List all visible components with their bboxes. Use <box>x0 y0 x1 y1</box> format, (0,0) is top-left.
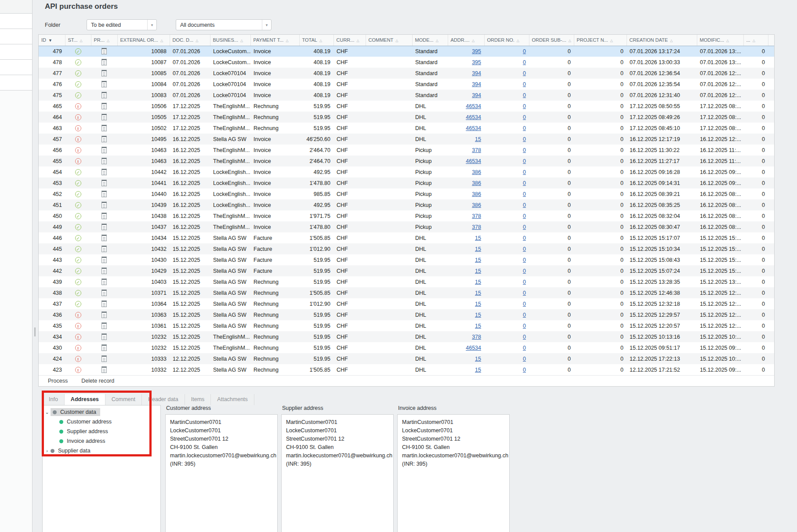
splitter-handle[interactable] <box>34 327 36 337</box>
column-header-doc_date[interactable]: DOC. D...△ <box>170 35 210 46</box>
table-row[interactable]: 423!1033212.12.2025Stella AG SWRechnung1… <box>39 364 774 375</box>
table-row[interactable]: 424!1033312.12.2025Stella AG SWRechnung5… <box>39 353 774 364</box>
document-icon[interactable] <box>101 290 107 296</box>
column-header-created[interactable]: CREATION DATE△ <box>627 35 697 46</box>
document-icon[interactable] <box>101 279 107 285</box>
address-link[interactable]: 378 <box>472 213 481 219</box>
tab-comment[interactable]: Comment <box>105 394 142 405</box>
table-row[interactable]: 445✓1043215.12.2025Stella AG SWFacture1'… <box>39 243 774 254</box>
document-icon[interactable] <box>101 246 107 252</box>
delete-record-button[interactable]: Delete record <box>81 378 114 384</box>
table-row[interactable]: 452✓1044016.12.2025LockeEnglish...Invoic… <box>39 188 774 199</box>
address-link[interactable]: 15 <box>475 323 481 329</box>
tree-item-supplier-address[interactable]: Supplier address <box>43 427 160 436</box>
column-header-id[interactable]: ID▼ <box>39 35 65 46</box>
document-icon[interactable] <box>101 158 107 164</box>
address-link[interactable]: 386 <box>472 191 481 197</box>
order-no-link[interactable]: 0 <box>523 279 526 285</box>
order-no-link[interactable]: 0 <box>523 290 526 296</box>
address-link[interactable]: 15 <box>475 136 481 142</box>
column-header-external_order[interactable]: EXTERNAL OR...△ <box>117 35 170 46</box>
document-icon[interactable] <box>101 180 107 186</box>
tab-items[interactable]: Items <box>185 394 211 405</box>
table-row[interactable]: 435!1036115.12.2025Stella AG SWRechnung5… <box>39 320 774 331</box>
document-icon[interactable] <box>101 48 107 54</box>
column-header-business[interactable]: BUSINES...△ <box>210 35 250 46</box>
address-link[interactable]: 395 <box>472 48 481 54</box>
address-link[interactable]: 386 <box>472 180 481 186</box>
table-row[interactable]: 476✓1008407.01.2026Locke070104Invoice408… <box>39 79 774 90</box>
order-no-link[interactable]: 0 <box>523 70 526 76</box>
tab-header-data[interactable]: Header data <box>142 394 185 405</box>
order-no-link[interactable]: 0 <box>523 136 526 142</box>
order-no-link[interactable]: 0 <box>523 48 526 54</box>
column-header-address[interactable]: ADDR....△ <box>448 35 484 46</box>
order-no-link[interactable]: 0 <box>523 345 526 351</box>
document-icon[interactable] <box>101 147 107 153</box>
order-no-link[interactable]: 0 <box>523 312 526 318</box>
column-header-total[interactable]: TOTAL△ <box>299 35 333 46</box>
address-link[interactable]: 378 <box>472 147 481 153</box>
column-header-currency[interactable]: CURR...△ <box>333 35 366 46</box>
document-icon[interactable] <box>101 366 107 373</box>
address-link[interactable]: 15 <box>475 312 481 318</box>
document-icon[interactable] <box>101 311 107 318</box>
table-row[interactable]: 454✓1044216.12.2025LockeEnglish...Invoic… <box>39 166 774 177</box>
address-link[interactable]: 46534 <box>466 114 481 120</box>
table-row[interactable]: 479✓1008807.01.2026LockeCustom...Invoice… <box>39 46 774 57</box>
order-no-link[interactable]: 0 <box>523 147 526 153</box>
address-link[interactable]: 46534 <box>466 345 481 351</box>
address-link[interactable]: 15 <box>475 279 481 285</box>
table-row[interactable]: 449✓1043716.12.2025TheEnglishM...Invoice… <box>39 221 774 232</box>
document-icon[interactable] <box>101 257 107 263</box>
document-icon[interactable] <box>101 213 107 219</box>
tree-item-invoice-address[interactable]: Invoice address <box>43 436 160 446</box>
document-icon[interactable] <box>101 202 107 208</box>
order-no-link[interactable]: 0 <box>523 356 526 362</box>
table-row[interactable]: 457!1049516.12.2025Stella AG SWInvoice46… <box>39 134 774 145</box>
table-row[interactable]: 456!1046316.12.2025TheEnglishM...Invoice… <box>39 145 774 156</box>
order-no-link[interactable]: 0 <box>523 202 526 208</box>
order-no-link[interactable]: 0 <box>523 114 526 120</box>
column-header-order_no[interactable]: ORDER NO.△ <box>484 35 529 46</box>
address-link[interactable]: 15 <box>475 301 481 307</box>
process-button[interactable]: Process <box>48 378 68 384</box>
address-link[interactable]: 15 <box>475 367 481 373</box>
folder-dropdown[interactable]: To be edited ▾ <box>87 19 157 30</box>
document-icon[interactable] <box>101 103 107 109</box>
document-icon[interactable] <box>101 92 107 98</box>
address-link[interactable]: 15 <box>475 356 481 362</box>
order-no-link[interactable]: 0 <box>523 158 526 164</box>
document-icon[interactable] <box>101 114 107 120</box>
document-icon[interactable] <box>101 191 107 197</box>
address-link[interactable]: 46534 <box>466 158 481 164</box>
table-row[interactable]: 438✓1037115.12.2025Stella AG SWRechnung1… <box>39 287 774 298</box>
document-icon[interactable] <box>101 300 107 307</box>
address-link[interactable]: 394 <box>472 81 481 87</box>
order-no-link[interactable]: 0 <box>523 224 526 230</box>
column-header-project[interactable]: PROJECT N...△ <box>574 35 627 46</box>
document-icon[interactable] <box>101 125 107 131</box>
order-no-link[interactable]: 0 <box>523 323 526 329</box>
document-icon[interactable] <box>101 169 107 175</box>
order-no-link[interactable]: 0 <box>523 59 526 65</box>
order-no-link[interactable]: 0 <box>523 180 526 186</box>
document-icon[interactable] <box>101 70 107 76</box>
order-no-link[interactable]: 0 <box>523 81 526 87</box>
address-link[interactable]: 386 <box>472 202 481 208</box>
document-icon[interactable] <box>101 235 107 241</box>
tree-item-customer-address[interactable]: Customer address <box>43 417 160 427</box>
order-no-link[interactable]: 0 <box>523 301 526 307</box>
column-header-order_sub[interactable]: ORDER SUB-...△ <box>529 35 574 46</box>
document-icon[interactable] <box>101 136 107 142</box>
order-no-link[interactable]: 0 <box>523 213 526 219</box>
chevron-down-icon[interactable]: ⌄ <box>43 409 51 415</box>
address-link[interactable]: 46534 <box>466 103 481 109</box>
table-row[interactable]: 475✓1008307.01.2026Locke070104Invoice408… <box>39 90 774 101</box>
tree-item-customer-data[interactable]: ⌄Customer data <box>43 407 160 417</box>
table-row[interactable]: 464!1050517.12.2025TheEnglishM...Rechnun… <box>39 112 774 123</box>
order-no-link[interactable]: 0 <box>523 268 526 274</box>
chevron-down-icon[interactable]: ▾ <box>262 20 271 30</box>
order-no-link[interactable]: 0 <box>523 191 526 197</box>
order-no-link[interactable]: 0 <box>523 246 526 252</box>
